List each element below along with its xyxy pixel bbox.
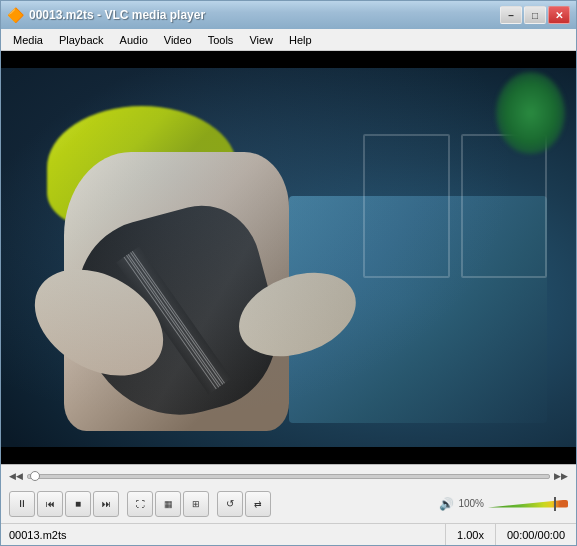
transport-bar: ⏸ ⏮ ■ ⏭ ⛶ ▦ ⊞: [1, 485, 576, 523]
menu-view[interactable]: View: [241, 32, 281, 48]
loop-button[interactable]: ↺: [217, 491, 243, 517]
seek-forward-icon[interactable]: ▶▶: [554, 471, 568, 481]
seek-bar-container: ◀◀ ▶▶: [1, 465, 576, 485]
menu-media[interactable]: Media: [5, 32, 51, 48]
window-controls: – □ ✕: [500, 6, 570, 24]
random-icon: ⇄: [254, 499, 262, 509]
menu-audio[interactable]: Audio: [112, 32, 156, 48]
seek-thumb[interactable]: [30, 471, 40, 481]
video-content: [1, 51, 576, 464]
volume-icon: 🔊: [439, 497, 454, 511]
pause-button[interactable]: ⏸: [9, 491, 35, 517]
status-speed: 1.00x: [446, 524, 496, 545]
stop-icon: ■: [75, 498, 81, 509]
seek-back-icon[interactable]: ◀◀: [9, 471, 23, 481]
status-time: 00:00/00:00: [496, 524, 576, 545]
volume-percentage: 100%: [458, 498, 484, 509]
status-filename: 00013.m2ts: [1, 524, 446, 545]
next-button[interactable]: ⏭: [93, 491, 119, 517]
menu-playback[interactable]: Playback: [51, 32, 112, 48]
title-bar: 🔶 00013.m2ts - VLC media player – □ ✕: [1, 1, 576, 29]
volume-thumb[interactable]: [554, 497, 556, 511]
menu-help[interactable]: Help: [281, 32, 320, 48]
extended-settings-button[interactable]: ▦: [155, 491, 181, 517]
menu-video[interactable]: Video: [156, 32, 200, 48]
minimize-button[interactable]: –: [500, 6, 522, 24]
volume-area: 🔊 100%: [439, 497, 568, 511]
window-title: 00013.m2ts - VLC media player: [29, 8, 500, 22]
video-black-bars: [1, 51, 576, 464]
extended-icon: ▦: [164, 499, 173, 509]
seek-track[interactable]: [27, 474, 550, 479]
fullscreen-button[interactable]: ⛶: [127, 491, 153, 517]
previous-button[interactable]: ⏮: [37, 491, 63, 517]
fullscreen-icon: ⛶: [136, 499, 145, 509]
loop-icon: ↺: [226, 498, 234, 509]
vlc-window: 🔶 00013.m2ts - VLC media player – □ ✕ Me…: [0, 0, 577, 546]
pause-icon: ⏸: [17, 498, 27, 509]
status-bar: 00013.m2ts 1.00x 00:00/00:00: [1, 523, 576, 545]
volume-slider[interactable]: [488, 500, 568, 508]
app-icon: 🔶: [7, 7, 23, 23]
close-button[interactable]: ✕: [548, 6, 570, 24]
prev-icon: ⏮: [46, 499, 55, 509]
maximize-button[interactable]: □: [524, 6, 546, 24]
volume-fill: [488, 500, 568, 508]
next-icon: ⏭: [102, 499, 111, 509]
stop-button[interactable]: ■: [65, 491, 91, 517]
random-button[interactable]: ⇄: [245, 491, 271, 517]
eq-icon: ⊞: [192, 499, 200, 509]
equalizer-button[interactable]: ⊞: [183, 491, 209, 517]
video-area[interactable]: [1, 51, 576, 464]
menu-tools[interactable]: Tools: [200, 32, 242, 48]
controls-area: ◀◀ ▶▶ ⏸ ⏮ ■ ⏭: [1, 464, 576, 545]
menu-bar: Media Playback Audio Video Tools View He…: [1, 29, 576, 51]
